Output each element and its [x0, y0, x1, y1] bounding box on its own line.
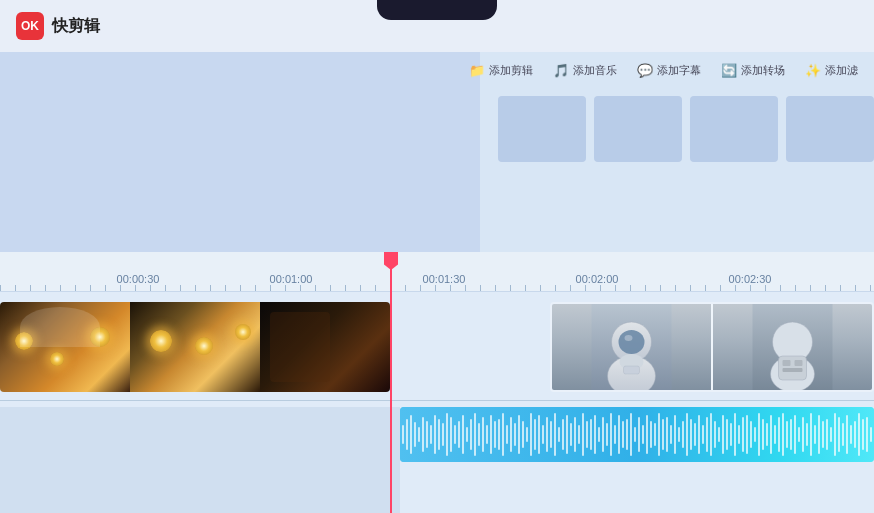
add-clip-button[interactable]: 📁 添加剪辑 — [461, 59, 541, 82]
svg-rect-69 — [618, 415, 620, 454]
media-thumb-3[interactable] — [690, 96, 778, 162]
svg-rect-124 — [838, 417, 840, 452]
svg-rect-16 — [406, 419, 408, 450]
svg-rect-102 — [750, 421, 752, 448]
add-music-button[interactable]: 🎵 添加音乐 — [545, 59, 625, 82]
ruler-tick — [210, 285, 211, 291]
astro-bg-1 — [552, 304, 711, 390]
svg-rect-58 — [574, 417, 576, 452]
light-orb-2 — [50, 352, 64, 366]
light-orb-5 — [195, 337, 213, 355]
svg-rect-84 — [678, 427, 680, 442]
logo-icon: OK — [16, 12, 44, 40]
svg-rect-113 — [794, 415, 796, 454]
svg-rect-74 — [638, 417, 640, 452]
svg-rect-114 — [798, 427, 800, 442]
media-grid — [490, 88, 874, 170]
svg-rect-128 — [854, 421, 856, 448]
svg-rect-11 — [783, 360, 791, 366]
ruler-tick — [165, 285, 166, 291]
ruler-tick — [240, 285, 241, 291]
ruler-tick — [495, 285, 496, 291]
svg-rect-86 — [686, 413, 688, 456]
astronaut-svg-1 — [552, 304, 711, 390]
svg-rect-77 — [650, 421, 652, 448]
ruler-tick — [810, 285, 811, 291]
svg-rect-107 — [770, 415, 772, 454]
ruler-tick — [285, 285, 286, 291]
svg-rect-35 — [482, 417, 484, 452]
svg-rect-127 — [850, 425, 852, 444]
add-subtitle-button[interactable]: 💬 添加字幕 — [629, 59, 709, 82]
film-frame-1 — [0, 302, 130, 392]
svg-rect-130 — [862, 419, 864, 450]
svg-rect-15 — [402, 425, 404, 444]
svg-rect-24 — [438, 419, 440, 450]
timeline-container: 00:00:3000:01:0000:01:3000:02:0000:02:30 — [0, 252, 874, 513]
svg-rect-65 — [602, 417, 604, 452]
ruler-tick — [840, 285, 841, 291]
ruler-tick — [135, 285, 136, 291]
svg-rect-89 — [698, 415, 700, 454]
add-transition-button[interactable]: 🔄 添加转场 — [713, 59, 793, 82]
film-frame-3 — [260, 302, 390, 392]
ruler-tick — [600, 285, 601, 291]
svg-rect-34 — [478, 423, 480, 446]
svg-point-4 — [625, 335, 633, 341]
svg-rect-50 — [542, 425, 544, 444]
subtitle-icon: 💬 — [637, 63, 653, 78]
ruler-tick — [585, 285, 586, 291]
time-marker-00-01-00: 00:01:00 — [270, 273, 313, 285]
time-marker-00-00-30: 00:00:30 — [117, 273, 160, 285]
media-thumb-2[interactable] — [594, 96, 682, 162]
svg-rect-85 — [682, 421, 684, 448]
svg-rect-28 — [454, 425, 456, 444]
svg-rect-71 — [626, 419, 628, 450]
ruler-tick — [360, 285, 361, 291]
filmstrip-track[interactable] — [0, 302, 390, 392]
svg-point-3 — [619, 330, 645, 354]
svg-rect-119 — [818, 415, 820, 454]
astronaut-track[interactable] — [550, 302, 874, 392]
svg-rect-120 — [822, 421, 824, 448]
ruler-tick — [255, 285, 256, 291]
svg-rect-48 — [534, 419, 536, 450]
svg-rect-126 — [846, 415, 848, 454]
svg-rect-54 — [558, 427, 560, 442]
ruler-tick — [675, 285, 676, 291]
media-thumb-4[interactable] — [786, 96, 874, 162]
ruler-tick — [315, 285, 316, 291]
svg-rect-36 — [486, 425, 488, 444]
svg-rect-38 — [494, 421, 496, 448]
ruler-tick — [30, 285, 31, 291]
add-filter-button[interactable]: ✨ 添加滤 — [797, 59, 866, 82]
svg-rect-117 — [810, 413, 812, 456]
ruler-tick — [855, 285, 856, 291]
svg-rect-76 — [646, 415, 648, 454]
svg-rect-99 — [738, 425, 740, 444]
svg-rect-31 — [466, 427, 468, 442]
ruler-tick — [120, 285, 121, 291]
lower-left-area — [0, 407, 400, 513]
svg-rect-73 — [634, 427, 636, 442]
svg-rect-37 — [490, 415, 492, 454]
svg-rect-49 — [538, 415, 540, 454]
ruler-tick — [750, 285, 751, 291]
svg-rect-110 — [782, 413, 784, 456]
svg-rect-59 — [578, 425, 580, 444]
svg-rect-105 — [762, 419, 764, 450]
playhead[interactable] — [390, 252, 392, 513]
ruler-tick — [15, 285, 16, 291]
ruler-tick — [645, 285, 646, 291]
svg-rect-32 — [470, 419, 472, 450]
svg-rect-52 — [550, 421, 552, 448]
svg-rect-112 — [790, 419, 792, 450]
svg-rect-53 — [554, 413, 556, 456]
svg-rect-109 — [778, 417, 780, 452]
svg-rect-118 — [814, 425, 816, 444]
svg-rect-98 — [734, 413, 736, 456]
media-thumb-1[interactable] — [498, 96, 586, 162]
filter-icon: ✨ — [805, 63, 821, 78]
transition-icon: 🔄 — [721, 63, 737, 78]
audio-track[interactable] — [400, 407, 874, 462]
